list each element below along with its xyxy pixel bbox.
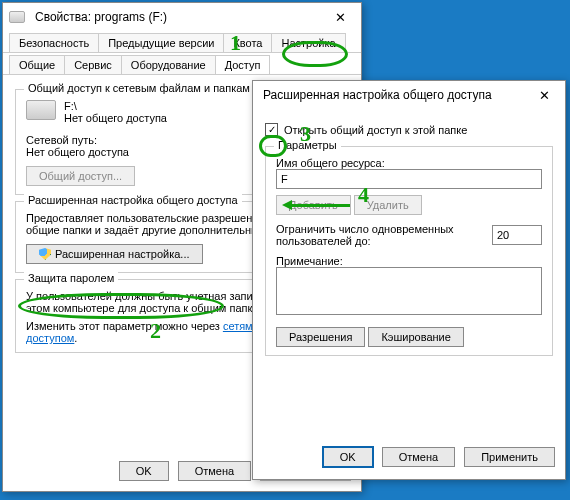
tab-hardware[interactable]: Оборудование (121, 55, 216, 74)
advanced-sharing-window: Расширенная настройка общего доступа ✕ ✓… (252, 80, 566, 480)
open-share-checkbox-row[interactable]: ✓ Открыть общий доступ к этой папке (265, 123, 553, 136)
tab-tools[interactable]: Сервис (64, 55, 122, 74)
permissions-button[interactable]: Разрешения (276, 327, 365, 347)
caching-button[interactable]: Кэширование (368, 327, 463, 347)
tab-previous-versions[interactable]: Предыдущие версии (98, 33, 224, 52)
share-status: Нет общего доступа (64, 112, 167, 124)
open-share-label: Открыть общий доступ к этой папке (284, 124, 467, 136)
params-groupbox: Параметры Имя общего ресурса: Добавить У… (265, 146, 553, 356)
tabs-row-2: Общие Сервис Оборудование Доступ (3, 53, 361, 75)
limit-users-spinner[interactable] (492, 225, 542, 245)
limit-users-label: Ограничить число одновременных пользоват… (276, 223, 482, 247)
advanced-sharing-title: Расширенная настройка общего доступа (259, 88, 529, 102)
close-icon[interactable]: ✕ (529, 88, 559, 103)
network-share-legend: Общий доступ к сетевым файлам и папкам (24, 82, 254, 94)
drive-icon (26, 100, 56, 120)
password-change-prefix: Изменить этот параметр можно через (26, 320, 223, 332)
apply-button[interactable]: Применить (464, 447, 555, 467)
tab-quota[interactable]: Квота (223, 33, 272, 52)
tab-general[interactable]: Общие (9, 55, 65, 74)
open-share-checkbox[interactable]: ✓ (265, 123, 278, 136)
cancel-button[interactable]: Отмена (382, 447, 455, 467)
advanced-settings-button[interactable]: Расширенная настройка... (26, 244, 203, 264)
drive-label: F:\ (64, 100, 167, 112)
drive-small-icon (9, 11, 25, 23)
share-button[interactable]: Общий доступ... (26, 166, 135, 186)
password-protect-legend: Защита паролем (24, 272, 118, 284)
note-textarea[interactable] (276, 267, 542, 315)
close-icon[interactable]: ✕ (325, 10, 355, 25)
advanced-sharing-button-row: OK Отмена Применить (253, 441, 565, 473)
properties-title: Свойства: programs (F:) (31, 10, 325, 24)
advanced-settings-button-label: Расширенная настройка... (55, 248, 190, 260)
ok-button[interactable]: OK (323, 447, 373, 467)
tab-security[interactable]: Безопасность (9, 33, 99, 52)
note-label: Примечание: (276, 255, 542, 267)
cancel-button[interactable]: Отмена (178, 461, 251, 481)
tab-customize[interactable]: Настройка (271, 33, 345, 52)
params-legend: Параметры (274, 139, 341, 151)
properties-titlebar: Свойства: programs (F:) ✕ (3, 3, 361, 31)
share-name-input[interactable] (276, 169, 542, 189)
share-name-label: Имя общего ресурса: (276, 157, 542, 169)
shield-icon (39, 248, 51, 260)
tab-sharing[interactable]: Доступ (215, 55, 271, 74)
add-button[interactable]: Добавить (276, 195, 351, 215)
delete-button[interactable]: Удалить (354, 195, 422, 215)
advanced-sharing-body: ✓ Открыть общий доступ к этой папке Пара… (253, 109, 565, 370)
advanced-share-legend: Расширенная настройка общего доступа (24, 194, 242, 206)
advanced-sharing-titlebar: Расширенная настройка общего доступа ✕ (253, 81, 565, 109)
tabs-row-1: Безопасность Предыдущие версии Квота Нас… (3, 31, 361, 53)
ok-button[interactable]: OK (119, 461, 169, 481)
